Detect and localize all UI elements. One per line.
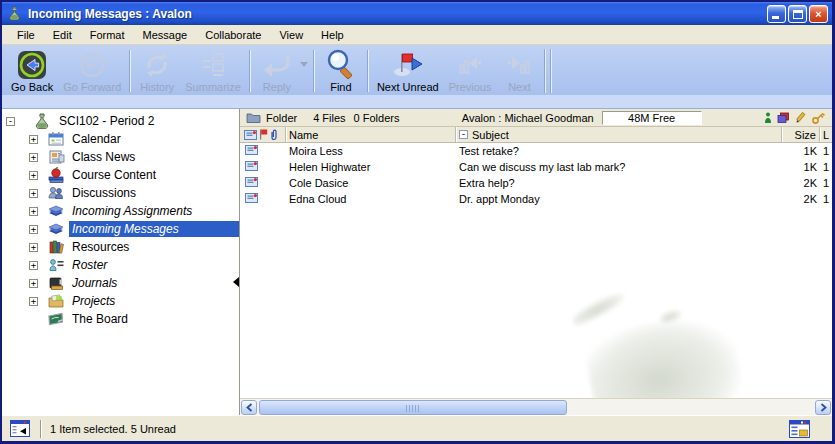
sidebar-item-course-content[interactable]: + Course Content: [2, 166, 239, 184]
sender-name: Cole Dasice: [286, 177, 456, 189]
menu-message[interactable]: Message: [134, 27, 197, 43]
summarize-button[interactable]: Summarize: [180, 47, 246, 95]
sidebar-item-incoming-assignments[interactable]: + Incoming Assignments: [2, 202, 239, 220]
sidebar-item-label: Incoming Messages: [69, 221, 239, 237]
scrollbar-thumb[interactable]: [259, 400, 567, 415]
folders-count: 0 Folders: [354, 112, 400, 124]
status-bar: 1 Item selected. 5 Unread: [2, 415, 832, 441]
sidebar-item-discussions[interactable]: + Discussions: [2, 184, 239, 202]
expand-icon[interactable]: +: [29, 153, 38, 162]
menu-bar: File Edit Format Message Collaborate Vie…: [2, 25, 832, 45]
history-button[interactable]: History: [134, 47, 180, 95]
go-back-icon: [17, 49, 47, 81]
expand-icon[interactable]: +: [29, 297, 38, 306]
expand-icon[interactable]: +: [29, 243, 38, 252]
collapse-threads-icon[interactable]: -: [459, 130, 468, 139]
pencil-icon[interactable]: [795, 112, 807, 124]
next-button[interactable]: Next: [496, 47, 542, 95]
sidebar-item-the-board[interactable]: The Board: [2, 310, 239, 328]
sidebar-item-label: Projects: [69, 293, 118, 309]
menu-format[interactable]: Format: [81, 27, 134, 43]
free-space-indicator: 48M Free: [602, 111, 702, 125]
sidebar-item-sci102[interactable]: - SCI102 - Period 2: [2, 112, 239, 130]
calendar-icon: [47, 131, 65, 147]
go-forward-button[interactable]: Go Forward: [58, 47, 126, 95]
titlebar[interactable]: Incoming Messages : Avalon ×: [2, 2, 832, 25]
next-unread-icon: [390, 49, 426, 81]
sidebar-item-resources[interactable]: + Resources: [2, 238, 239, 256]
expand-icon[interactable]: +: [29, 225, 38, 234]
scroll-left-button[interactable]: [241, 400, 257, 415]
sidebar-item-roster[interactable]: + Roster: [2, 256, 239, 274]
message-row[interactable]: Helen Highwater Can we discuss my last l…: [240, 159, 832, 175]
sidebar-item-label: Calendar: [69, 131, 124, 147]
menu-view[interactable]: View: [270, 27, 312, 43]
maximize-button[interactable]: [788, 5, 807, 23]
application-window: Incoming Messages : Avalon × File Edit F…: [0, 0, 835, 444]
menu-edit[interactable]: Edit: [44, 27, 81, 43]
close-button[interactable]: ×: [809, 5, 828, 23]
expand-icon[interactable]: +: [29, 279, 38, 288]
next-unread-button[interactable]: Next Unread: [372, 47, 444, 95]
projects-folder-icon: [47, 293, 65, 309]
unread-message-icon: [245, 161, 258, 171]
column-header-name[interactable]: Name: [286, 127, 456, 142]
go-forward-label: Go Forward: [63, 81, 121, 93]
expand-icon[interactable]: +: [29, 261, 38, 270]
stack-windows-icon[interactable]: [777, 112, 790, 124]
flag-column-icon[interactable]: [259, 129, 268, 140]
sidebar-item-label: Journals: [69, 275, 120, 291]
folder-label: Folder: [266, 112, 297, 124]
history-icon: [142, 49, 172, 81]
message-size: 1K: [782, 145, 820, 157]
attachment-column-icon[interactable]: [270, 129, 278, 141]
unread-message-icon: [245, 193, 258, 203]
message-subject: Test retake?: [456, 145, 782, 157]
sidebar-item-calendar[interactable]: + Calendar: [2, 130, 239, 148]
sidebar-item-label: Discussions: [69, 185, 139, 201]
column-header-subject[interactable]: - Subject: [456, 127, 782, 142]
expand-icon[interactable]: +: [29, 135, 38, 144]
horizontal-scrollbar[interactable]: [240, 398, 832, 415]
go-back-button[interactable]: Go Back: [6, 47, 58, 95]
scroll-right-button[interactable]: [815, 400, 831, 415]
collapse-icon[interactable]: -: [6, 117, 15, 126]
message-type-column-icon[interactable]: [244, 130, 257, 140]
layout-icon[interactable]: [789, 420, 810, 438]
sidebar-collapse-arrow[interactable]: [233, 277, 239, 287]
expand-icon[interactable]: +: [29, 171, 38, 180]
message-row[interactable]: Moira Less Test retake? 1K 1: [240, 143, 832, 159]
reply-dropdown-icon[interactable]: [300, 62, 308, 67]
server-user-label: Avalon : Michael Goodman: [462, 112, 594, 124]
expand-icon[interactable]: +: [29, 207, 38, 216]
column-header-size[interactable]: Size: [782, 127, 820, 142]
menu-file[interactable]: File: [8, 27, 44, 43]
menu-collaborate[interactable]: Collaborate: [196, 27, 270, 43]
column-header-date[interactable]: L: [820, 127, 832, 142]
reply-button[interactable]: Reply: [254, 47, 300, 95]
message-row[interactable]: Cole Dasice Extra help? 2K 1: [240, 175, 832, 191]
sidebar-item-projects[interactable]: + Projects: [2, 292, 239, 310]
key-icon[interactable]: [812, 112, 826, 124]
message-row[interactable]: Edna Cloud Dr. appt Monday 2K 1: [240, 191, 832, 207]
expand-icon[interactable]: +: [29, 189, 38, 198]
find-button[interactable]: Find: [318, 47, 364, 95]
folder-tree-panel: - SCI102 - Period 2 +: [2, 109, 240, 415]
summarize-icon: [199, 49, 227, 81]
next-unread-label: Next Unread: [377, 81, 439, 93]
collapse-panel-icon[interactable]: [10, 420, 30, 437]
close-icon: ×: [815, 8, 821, 20]
chevron-left-icon: [246, 403, 253, 412]
minimize-button[interactable]: [767, 5, 786, 23]
news-icon: [47, 149, 65, 165]
find-icon: [326, 49, 356, 81]
window-title: Incoming Messages : Avalon: [28, 7, 767, 21]
sidebar-item-incoming-messages[interactable]: + Incoming Messages: [2, 220, 239, 238]
person-icon[interactable]: [764, 112, 772, 124]
sidebar-item-class-news[interactable]: + Class News: [2, 148, 239, 166]
message-date: 1: [820, 177, 832, 189]
menu-help[interactable]: Help: [312, 27, 353, 43]
previous-button[interactable]: Previous: [444, 47, 497, 95]
sidebar-item-journals[interactable]: + Journals: [2, 274, 239, 292]
history-label: History: [140, 81, 174, 93]
